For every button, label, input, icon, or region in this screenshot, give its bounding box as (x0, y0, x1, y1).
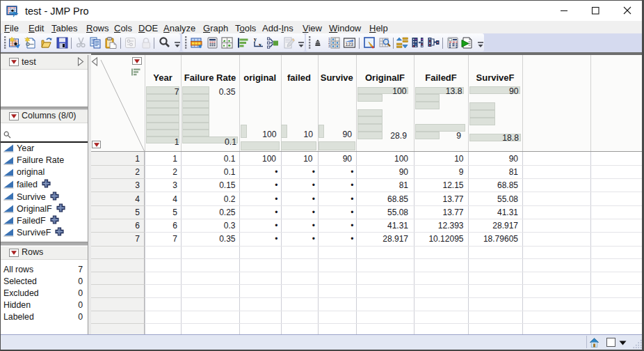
svg-text:x: x (259, 42, 261, 48)
svg-text:3: 3 (328, 44, 330, 48)
svg-text:123: 123 (346, 42, 354, 47)
